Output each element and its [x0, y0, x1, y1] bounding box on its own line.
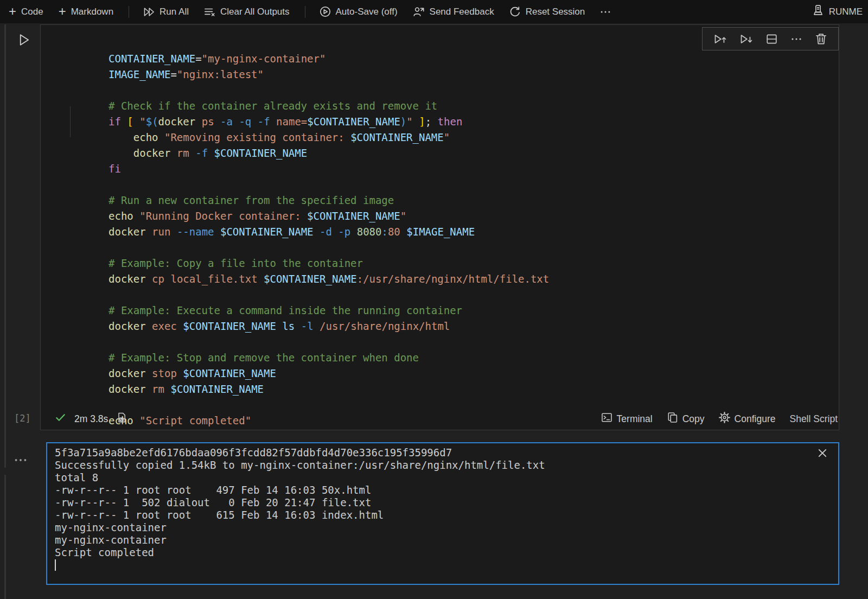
copy-icon	[667, 412, 678, 426]
indent-guide	[70, 106, 71, 137]
configure-label: Configure	[735, 413, 776, 425]
add-code-label: Code	[21, 7, 43, 17]
code-cell[interactable]: CONTAINER_NAME="my-nginx-container"IMAGE…	[40, 24, 839, 430]
toolbar-separator	[129, 6, 129, 18]
clear-all-outputs-button[interactable]: Clear All Outputs	[204, 7, 290, 17]
execute-below-button[interactable]	[739, 33, 753, 46]
execute-above-button[interactable]	[713, 33, 727, 46]
add-markdown-button[interactable]: + Markdown	[59, 5, 113, 18]
cell-more-actions-button[interactable]	[790, 34, 802, 44]
split-cell-button[interactable]	[765, 33, 778, 45]
terminal-label: Terminal	[617, 413, 653, 425]
cell-toolbar	[702, 27, 839, 50]
runme-brand[interactable]: RUNME	[812, 4, 863, 20]
output-lines: 5f3a715a9a8be2efd6176bdaa096f3fcdd82f57d…	[55, 447, 545, 559]
clear-outputs-label: Clear All Outputs	[220, 7, 290, 17]
copy-label: Copy	[682, 413, 705, 425]
auto-save-label: Auto-Save (off)	[336, 7, 398, 17]
toolbar-more-button[interactable]	[600, 7, 611, 17]
execution-success-icon	[55, 412, 66, 426]
auto-save-toggle[interactable]: Auto-Save (off)	[320, 6, 398, 17]
toolbar-separator	[305, 6, 305, 18]
terminal-cursor	[55, 559, 56, 571]
cell-status-bar: 2m 3.8s Terminal	[41, 408, 839, 430]
language-picker[interactable]: Shell Script	[789, 413, 838, 425]
more-icon	[600, 7, 611, 17]
clear-outputs-icon	[204, 7, 215, 17]
run-all-icon	[143, 7, 155, 17]
runme-logo-icon	[812, 4, 824, 20]
notebook-toolbar: + Code + Markdown Run All Clear All Outp…	[0, 0, 868, 23]
plus-icon: +	[59, 5, 66, 18]
configure-action[interactable]: Configure	[719, 412, 776, 426]
execution-time: 2m 3.8s	[74, 413, 108, 425]
reset-session-label: Reset Session	[526, 7, 585, 17]
feedback-person-icon	[413, 6, 425, 17]
run-all-button[interactable]: Run All	[143, 7, 189, 17]
code-editor[interactable]: CONTAINER_NAME="my-nginx-container"IMAGE…	[108, 51, 549, 429]
terminal-action[interactable]: Terminal	[601, 412, 653, 426]
gear-icon	[719, 412, 730, 426]
run-cell-button[interactable]	[17, 33, 31, 49]
code-lines: CONTAINER_NAME="my-nginx-container"IMAGE…	[108, 51, 549, 429]
terminal-icon	[601, 412, 612, 426]
send-feedback-button[interactable]: Send Feedback	[413, 6, 494, 17]
delete-cell-button[interactable]	[815, 33, 827, 45]
output-focus-strip	[4, 475, 6, 599]
add-code-button[interactable]: + Code	[9, 5, 43, 18]
close-output-button[interactable]	[816, 447, 828, 461]
cell-output[interactable]: 5f3a715a9a8be2efd6176bdaa096f3fcdd82f57d…	[46, 442, 839, 585]
export-output-icon[interactable]	[116, 412, 127, 426]
run-all-label: Run All	[159, 7, 189, 17]
plus-icon: +	[9, 5, 16, 18]
runme-label: RUNME	[829, 7, 863, 17]
execution-count: [2]	[14, 413, 31, 424]
copy-action[interactable]: Copy	[667, 412, 705, 426]
reset-icon	[509, 6, 521, 17]
send-feedback-label: Send Feedback	[430, 7, 494, 17]
cell-focus-strip	[4, 24, 6, 468]
output-menu-button[interactable]	[14, 456, 27, 466]
auto-save-icon	[320, 6, 331, 17]
add-markdown-label: Markdown	[71, 7, 113, 17]
reset-session-button[interactable]: Reset Session	[509, 6, 585, 17]
